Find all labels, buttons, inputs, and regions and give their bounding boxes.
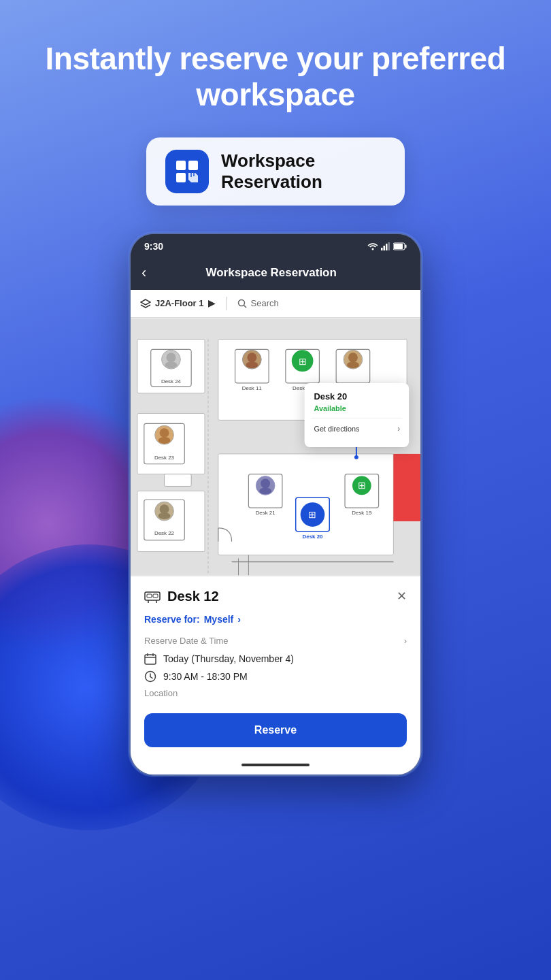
- panel-header: Desk 12 ✕: [144, 589, 407, 604]
- reserve-for-row: Reserve for: Myself ›: [144, 614, 407, 625]
- svg-point-55: [261, 478, 270, 488]
- floor-plan-svg: Desk 24 Desk 11 ⊞ Desk 18 Desk 16: [131, 318, 420, 576]
- svg-text:Desk 21: Desk 21: [256, 510, 276, 516]
- svg-rect-8: [386, 244, 388, 250]
- app-card: Workspace Reservation: [146, 137, 405, 206]
- floor-search-bar: J2A-Floor 1 ▶ Search: [131, 290, 420, 318]
- svg-text:Desk 20: Desk 20: [303, 534, 323, 540]
- svg-text:Desk 24: Desk 24: [161, 378, 182, 385]
- workspace-icon: [173, 158, 201, 185]
- close-button[interactable]: ✕: [397, 589, 407, 604]
- svg-point-39: [348, 353, 358, 362]
- svg-point-50: [158, 512, 171, 519]
- svg-text:›: ›: [397, 424, 400, 434]
- search-part[interactable]: Search: [237, 298, 279, 308]
- app-header-title: Workspace Reservation: [153, 266, 389, 280]
- svg-rect-12: [394, 244, 403, 249]
- svg-rect-11: [405, 244, 407, 248]
- search-icon: [237, 299, 247, 308]
- time-label: 9:30 AM - 18:30 PM: [163, 671, 248, 682]
- home-indicator: [131, 758, 420, 774]
- battery-icon: [393, 242, 407, 250]
- search-label: Search: [251, 298, 279, 308]
- svg-line-14: [244, 305, 246, 308]
- phone-mockup: 9:30 ‹ Workspace Re: [129, 233, 422, 776]
- svg-point-26: [165, 361, 178, 368]
- svg-text:Desk 22: Desk 22: [154, 530, 174, 536]
- svg-point-5: [372, 248, 374, 250]
- calendar-icon: [144, 653, 156, 665]
- reserve-for-value[interactable]: Myself: [204, 614, 234, 625]
- panel-desk-title: Desk 12: [144, 589, 219, 604]
- svg-point-25: [167, 353, 176, 362]
- svg-point-31: [246, 361, 258, 368]
- signal-icon: [381, 242, 390, 250]
- svg-rect-6: [381, 248, 383, 250]
- svg-rect-2: [176, 173, 186, 182]
- section-date-time-label: Reserve Date & Time: [144, 636, 229, 646]
- svg-text:⊞: ⊞: [308, 509, 316, 520]
- floor-divider: [226, 297, 227, 310]
- svg-point-56: [259, 487, 271, 494]
- svg-text:Desk 19: Desk 19: [352, 510, 372, 516]
- date-label: Today (Thursday, November 4): [163, 653, 294, 664]
- desk-name: Desk 12: [167, 589, 219, 604]
- svg-text:⊞: ⊞: [358, 480, 366, 491]
- svg-rect-1: [188, 161, 198, 170]
- section-date-time: Reserve Date & Time ›: [144, 636, 407, 646]
- status-time: 9:30: [144, 241, 163, 252]
- svg-text:Available: Available: [314, 404, 346, 412]
- hero-section: Instantly reserve your preferred workspa…: [0, 41, 551, 113]
- time-row: 9:30 AM - 18:30 PM: [144, 670, 407, 683]
- desk-icon: [144, 589, 161, 604]
- svg-text:⊞: ⊞: [299, 356, 307, 367]
- clock-icon: [144, 670, 156, 683]
- svg-point-49: [160, 504, 169, 514]
- floor-plan-container: J2A-Floor 1 ▶ Search: [131, 290, 420, 774]
- svg-rect-9: [388, 242, 390, 250]
- back-button[interactable]: ‹: [141, 264, 146, 282]
- svg-point-77: [354, 455, 358, 459]
- app-header: ‹ Workspace Reservation: [131, 257, 420, 290]
- svg-point-13: [238, 299, 244, 306]
- floor-arrow: ▶: [208, 298, 215, 308]
- bottom-panel: Desk 12 ✕ Reserve for: Myself › Reserve …: [131, 576, 420, 758]
- reserve-button[interactable]: Reserve: [144, 713, 407, 747]
- reserve-for-label: Reserve for:: [144, 614, 200, 625]
- floor-selector[interactable]: J2A-Floor 1 ▶: [140, 298, 215, 308]
- svg-line-89: [150, 676, 152, 678]
- svg-rect-7: [384, 246, 386, 250]
- svg-rect-83: [145, 655, 156, 664]
- svg-point-30: [247, 353, 256, 362]
- svg-rect-0: [176, 161, 186, 170]
- home-bar: [241, 764, 310, 766]
- svg-text:Desk 23: Desk 23: [154, 455, 175, 461]
- section-chevron: ›: [404, 636, 407, 646]
- floor-label: J2A-Floor 1: [155, 298, 204, 308]
- svg-point-44: [160, 428, 169, 438]
- app-name: Workspace Reservation: [221, 150, 386, 193]
- svg-text:Desk 20: Desk 20: [314, 391, 347, 401]
- floor-plan: Desk 24 Desk 11 ⊞ Desk 18 Desk 16: [131, 318, 420, 576]
- svg-point-40: [347, 361, 359, 368]
- status-bar: 9:30: [131, 234, 420, 257]
- svg-text:Get directions: Get directions: [314, 425, 360, 433]
- wifi-icon: [367, 242, 378, 250]
- app-icon: [165, 150, 209, 193]
- svg-rect-21: [393, 454, 420, 521]
- date-row: Today (Thursday, November 4): [144, 653, 407, 665]
- hero-title: Instantly reserve your preferred workspa…: [41, 41, 510, 113]
- svg-text:Desk 11: Desk 11: [242, 385, 263, 391]
- layers-icon: [140, 299, 151, 308]
- svg-rect-80: [153, 594, 158, 598]
- svg-rect-52: [165, 474, 192, 486]
- svg-rect-79: [147, 594, 152, 598]
- reserve-for-chevron: ›: [237, 614, 241, 625]
- status-icons: [367, 242, 407, 250]
- svg-point-45: [158, 437, 171, 444]
- location-label: Location: [144, 688, 407, 698]
